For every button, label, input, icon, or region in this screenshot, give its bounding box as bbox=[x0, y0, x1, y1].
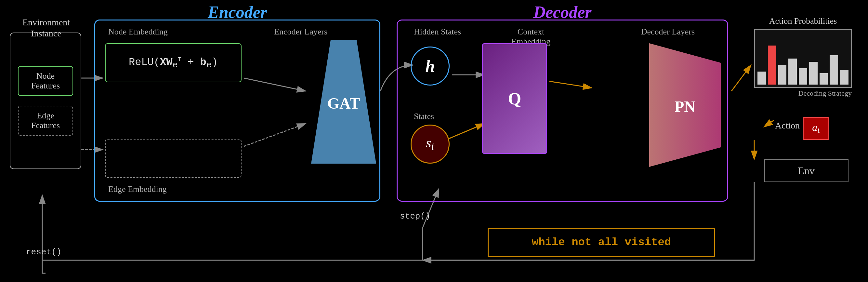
bar-7 bbox=[819, 73, 828, 85]
st-label: st bbox=[426, 135, 434, 153]
bar-chart bbox=[754, 29, 852, 88]
encoder-title: Encoder bbox=[208, 3, 267, 22]
edge-embedding-label: Edge Embedding bbox=[108, 185, 167, 194]
at-box: at bbox=[803, 117, 829, 140]
bar-5 bbox=[799, 68, 807, 85]
bar-8 bbox=[830, 55, 838, 85]
reset-label: reset() bbox=[26, 247, 61, 257]
states-label: States bbox=[414, 112, 434, 121]
bar-6 bbox=[809, 62, 817, 85]
decoder-title: Decoder bbox=[533, 3, 591, 22]
bar-9 bbox=[840, 70, 848, 85]
diagram: Environment Instance NodeFeatures EdgeFe… bbox=[0, 0, 868, 282]
h-circle: h bbox=[411, 47, 450, 86]
st-circle: st bbox=[411, 124, 450, 164]
bar-1 bbox=[757, 72, 766, 85]
decoder-box: Decoder Hidden States ContextEmbedding D… bbox=[397, 20, 728, 202]
h-label: h bbox=[426, 57, 435, 76]
gat-svg: GAT bbox=[311, 40, 376, 170]
q-box: Q bbox=[482, 43, 547, 154]
edge-features-box: EdgeFeatures bbox=[18, 106, 73, 136]
environment-instance: Environment Instance NodeFeatures EdgeFe… bbox=[10, 32, 81, 169]
encoder-layers-label: Encoder Layers bbox=[274, 27, 328, 37]
relu-formula: ReLU(XWe⊤ + be) bbox=[129, 55, 218, 70]
svg-text:GAT: GAT bbox=[328, 95, 360, 112]
q-label: Q bbox=[508, 89, 521, 108]
bar-3 bbox=[778, 65, 787, 85]
env-label: Env bbox=[798, 165, 815, 177]
bar-2 bbox=[768, 46, 776, 85]
pn-svg: PN bbox=[649, 43, 721, 173]
env-instance-label: Environment Instance bbox=[10, 17, 82, 39]
svg-line-10 bbox=[732, 65, 751, 91]
while-label: while not all visited bbox=[532, 236, 671, 249]
edge-embed-box bbox=[105, 139, 242, 178]
action-probs-section: Action Probabilities Decoding Strategy bbox=[751, 16, 855, 97]
bar-4 bbox=[788, 59, 797, 85]
at-label-text: at bbox=[812, 121, 819, 135]
decoding-strategy-label: Decoding Strategy bbox=[751, 89, 855, 97]
node-embedding-label: Node Embedding bbox=[108, 27, 168, 37]
while-box: while not all visited bbox=[488, 228, 715, 257]
at-action-label: Action bbox=[775, 120, 800, 131]
node-features-box: NodeFeatures bbox=[18, 66, 73, 96]
env-box: Env bbox=[764, 159, 848, 182]
relu-box: ReLU(XWe⊤ + be) bbox=[105, 43, 242, 82]
step-label: step() bbox=[400, 212, 430, 221]
action-probs-label: Action Probabilities bbox=[751, 16, 855, 26]
encoder-box: Encoder Node Embedding Edge Embedding En… bbox=[94, 20, 380, 202]
decoder-layers-label: Decoder Layers bbox=[641, 27, 695, 37]
svg-text:PN: PN bbox=[675, 98, 695, 115]
svg-line-11 bbox=[764, 120, 774, 127]
hidden-states-label: Hidden States bbox=[414, 27, 461, 37]
